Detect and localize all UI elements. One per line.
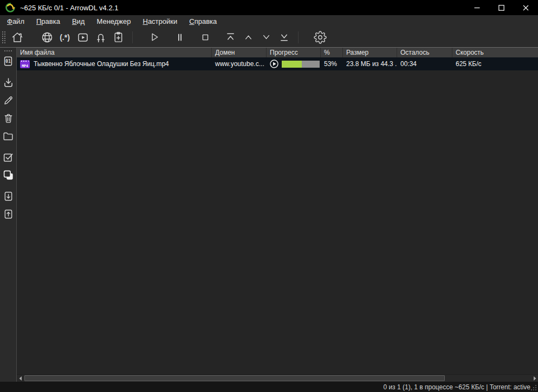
add-magnet-button[interactable] — [92, 29, 109, 46]
column-header-remaining[interactable]: Осталось — [397, 48, 452, 57]
table-body[interactable]: MP4 Тыквенно Яблочные Оладушки Без Яиц.m… — [17, 57, 538, 374]
regex-icon: (.*) — [60, 33, 70, 42]
pause-button[interactable] — [171, 29, 189, 46]
scroll-right-button[interactable] — [531, 375, 538, 382]
settings-gear-icon — [314, 31, 327, 44]
resume-icon — [148, 31, 160, 43]
edit-button[interactable] — [1, 93, 15, 107]
menu-help[interactable]: Справка — [183, 16, 223, 27]
column-header-filename[interactable]: Имя файла — [17, 48, 212, 57]
scrollbar-thumb[interactable] — [24, 375, 445, 381]
window-controls — [465, 0, 538, 15]
progress-bar-fill — [282, 61, 302, 68]
move-bottom-button[interactable] — [275, 29, 293, 46]
title-bar: ~625 КБ/с 0/1 - ArrowDL v4.2.1 — [0, 0, 538, 15]
status-text: 0 из 1 (1), 1 в процессе ~625 КБ/с | Tor… — [383, 383, 530, 391]
move-top-button[interactable] — [222, 29, 239, 46]
close-button[interactable] — [514, 0, 538, 15]
app-logo-icon — [5, 2, 16, 13]
move-up-icon — [242, 31, 255, 43]
maximize-button[interactable] — [489, 0, 514, 15]
export-file-icon — [3, 208, 14, 220]
rename-batch-icon: 01 — [2, 55, 14, 67]
column-header-progress[interactable]: Прогресс — [267, 48, 321, 57]
move-top-icon — [224, 31, 237, 43]
move-up-button[interactable] — [239, 29, 257, 46]
scroll-left-arrow-icon — [19, 376, 22, 381]
download-row[interactable]: MP4 Тыквенно Яблочные Оладушки Без Яиц.m… — [17, 57, 538, 70]
open-folder-button[interactable] — [1, 129, 15, 143]
cell-progress — [267, 57, 321, 70]
import-file-icon — [3, 191, 14, 202]
column-header-size[interactable]: Размер — [343, 48, 397, 57]
cell-size: 23.8 МБ из 44.3 ... — [343, 57, 397, 70]
menu-file[interactable]: Файл — [1, 16, 30, 27]
move-down-icon — [260, 31, 273, 43]
column-header-percent[interactable]: % — [321, 48, 343, 57]
globe-icon — [41, 31, 54, 44]
resize-grip[interactable] — [530, 384, 537, 391]
cell-remaining: 00:34 — [397, 57, 452, 70]
resume-button[interactable] — [145, 29, 163, 46]
cell-speed: 625 КБ/с — [452, 57, 482, 70]
svg-text:01: 01 — [5, 58, 11, 64]
downloading-state-icon — [270, 60, 278, 68]
stop-button[interactable] — [196, 29, 214, 46]
open-folder-icon — [2, 130, 14, 142]
filename-text: Тыквенно Яблочные Оладушки Без Яиц.mp4 — [34, 60, 169, 68]
select-all-button[interactable] — [1, 150, 15, 164]
rename-batch-button[interactable]: 01 — [1, 54, 15, 68]
scroll-left-button[interactable] — [17, 375, 24, 382]
scroll-right-arrow-icon — [533, 376, 536, 381]
toolbar-separator — [298, 31, 299, 43]
move-down-button[interactable] — [257, 29, 275, 46]
main-toolbar: (.*) — [0, 27, 538, 47]
toolbar-separator — [132, 31, 133, 43]
side-toolbar: 01 — [0, 48, 16, 382]
delete-button[interactable] — [1, 111, 15, 125]
main-area: 01 — [0, 47, 538, 382]
stop-icon — [199, 31, 211, 43]
download-button[interactable] — [1, 75, 15, 89]
video-download-icon — [76, 31, 89, 44]
copy-button[interactable] — [1, 168, 15, 182]
column-header-domain[interactable]: Домен — [212, 48, 267, 57]
home-button[interactable] — [8, 29, 26, 46]
cell-percent: 53% — [321, 57, 343, 70]
downloads-panel: Имя файла Домен Прогресс % Размер Остало… — [16, 48, 538, 382]
settings-button[interactable] — [311, 29, 329, 46]
menu-bar: Файл Правка Вид Менеджер Настройки Справ… — [0, 15, 538, 27]
pause-icon — [174, 31, 186, 43]
progress-bar — [282, 61, 320, 68]
side-toolbar-drag-handle[interactable] — [3, 49, 13, 52]
select-all-icon — [2, 151, 14, 163]
add-regex-button[interactable]: (.*) — [56, 29, 74, 46]
menu-settings[interactable]: Настройки — [137, 16, 184, 27]
move-bottom-icon — [278, 31, 290, 43]
edit-pencil-icon — [3, 95, 14, 106]
status-bar: 0 из 1 (1), 1 в процессе ~625 КБ/с | Tor… — [0, 382, 538, 392]
add-url-button[interactable] — [38, 29, 56, 46]
minimize-button[interactable] — [465, 0, 489, 15]
add-batch-button[interactable] — [109, 29, 127, 46]
menu-edit[interactable]: Правка — [30, 16, 66, 27]
download-icon — [3, 77, 14, 88]
toolbar-drag-handle[interactable] — [2, 30, 5, 44]
window-title: ~625 КБ/с 0/1 - ArrowDL v4.2.1 — [20, 4, 118, 12]
add-video-button[interactable] — [74, 29, 92, 46]
clipboard-add-icon — [112, 31, 125, 43]
home-icon — [11, 31, 24, 44]
table-header: Имя файла Домен Прогресс % Размер Остало… — [17, 48, 538, 57]
export-button[interactable] — [1, 207, 15, 221]
app-window: ~625 КБ/с 0/1 - ArrowDL v4.2.1 Файл Прав… — [0, 0, 538, 392]
import-button[interactable] — [1, 189, 15, 203]
menu-manager[interactable]: Менеджер — [90, 16, 137, 27]
cell-domain: www.youtube.c... — [212, 57, 267, 70]
menu-view[interactable]: Вид — [66, 16, 91, 27]
column-header-speed[interactable]: Скорость — [452, 48, 538, 57]
magnet-icon — [94, 31, 107, 44]
cell-filename: MP4 Тыквенно Яблочные Оладушки Без Яиц.m… — [17, 57, 212, 70]
horizontal-scrollbar[interactable] — [17, 374, 538, 382]
copy-icon — [2, 169, 15, 181]
mp4-file-icon: MP4 — [20, 60, 30, 68]
